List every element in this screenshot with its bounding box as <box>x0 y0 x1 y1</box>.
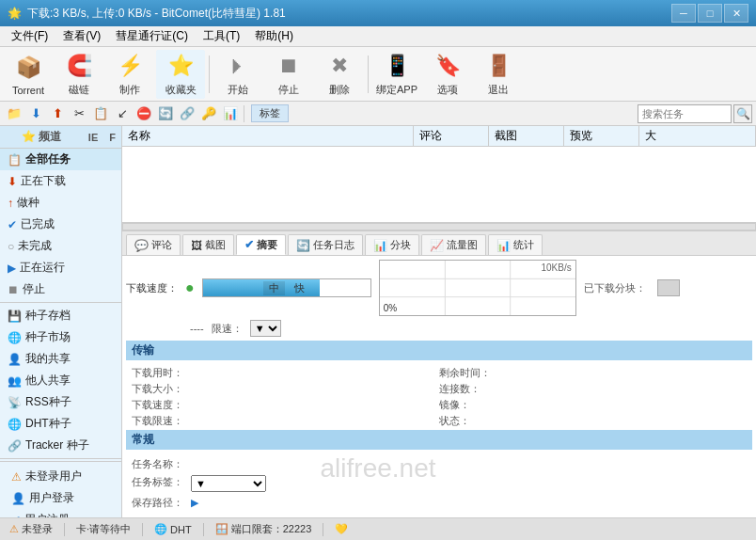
my-share-label: 我的共享 <box>25 351 71 367</box>
toolbar-start[interactable]: ⏵ 开始 <box>213 50 262 99</box>
iconbar-stop-red[interactable]: ⛔ <box>134 103 154 124</box>
tab-task-log[interactable]: 🔄 任务日志 <box>288 234 363 255</box>
status-extra: 💛 <box>331 523 352 535</box>
general-header: 常规 <box>126 430 752 450</box>
toolbar-favorites[interactable]: ⭐ 收藏夹 <box>156 50 205 99</box>
horizontal-scrollbar[interactable] <box>122 222 756 230</box>
status-waiting: 卡·请等待中 <box>72 522 134 536</box>
close-button[interactable]: ✕ <box>724 4 748 23</box>
sidebar-item-others-share[interactable]: 👥 他人共享 <box>0 370 121 391</box>
toolbar-quit[interactable]: 🚪 退出 <box>474 50 523 99</box>
search-input[interactable] <box>638 104 732 123</box>
play-path-icon[interactable]: ▶ <box>191 497 198 509</box>
iconbar-up-red[interactable]: ⬆ <box>47 103 68 124</box>
info-row-dl-time: 下载用时： <box>132 366 439 380</box>
tab-summary[interactable]: ✔ 摘要 <box>236 234 286 255</box>
iconbar-folder[interactable]: 📁 <box>4 103 24 124</box>
tab-comment[interactable]: 💬 评论 <box>126 234 181 255</box>
sep1 <box>209 56 210 93</box>
sidebar-item-seeding[interactable]: ↑ 做种 <box>0 192 121 214</box>
tab-screenshot[interactable]: 🖼 截图 <box>182 234 234 255</box>
general-grid: 任务名称： 任务标签： ▼ 保存路径： ▶ <box>126 453 752 514</box>
tab-summary-label: 摘要 <box>257 238 277 252</box>
sidebar-item-incomplete[interactable]: ○ 未完成 <box>0 235 121 257</box>
toolbar-bind-app[interactable]: 📱 绑定APP <box>372 50 421 99</box>
info-row-dl-size: 下载大小： <box>132 382 439 396</box>
status-key: 状态： <box>439 414 470 428</box>
iconbar-clip[interactable]: 📋 <box>90 103 111 124</box>
completed-icon: ✔ <box>8 218 17 231</box>
th-comment: 评论 <box>414 126 489 146</box>
sidebar-item-stopped[interactable]: ⏹ 停止 <box>0 278 121 300</box>
tab-stats[interactable]: 📊 统计 <box>488 234 543 255</box>
incomplete-label: 未完成 <box>18 238 52 254</box>
iconbar-link[interactable]: 🔗 <box>177 103 197 124</box>
screenshot-icon: 🖼 <box>191 239 202 252</box>
tab-stats-label: 统计 <box>513 238 534 252</box>
sidebar-item-archive[interactable]: 💾 种子存档 <box>0 305 121 326</box>
sidebar-login[interactable]: 👤 用户登录 <box>4 487 118 509</box>
menu-comet-pass[interactable]: 彗星通行证(C) <box>108 26 196 46</box>
dht-status-icon: 🌐 <box>154 523 167 535</box>
speed-medium-btn[interactable]: 中 <box>263 281 285 295</box>
completed-label: 已完成 <box>21 216 55 232</box>
download-speed-label: 下载速度： <box>126 281 178 295</box>
limit-select[interactable]: ▼ <box>250 320 281 337</box>
menu-help[interactable]: 帮助(H) <box>247 26 301 46</box>
sidebar-item-completed[interactable]: ✔ 已完成 <box>0 214 121 235</box>
tabs-bar: 💬 评论 🖼 截图 ✔ 摘要 🔄 任务日志 📊 分块 <box>122 231 756 256</box>
seeding-label: 做种 <box>17 195 39 211</box>
sidebar-item-all-tasks[interactable]: 📋 全部任务 <box>0 149 121 170</box>
sidebar-item-market[interactable]: 🌐 种子市场 <box>0 326 121 348</box>
task-tag-select[interactable]: ▼ <box>191 475 266 492</box>
toolbar-options[interactable]: 🔖 选项 <box>423 50 472 99</box>
toolbar: 📦 Torrent 🧲 磁链 ⚡ 制作 ⭐ 收藏夹 ⏵ 开始 ⏹ 停止 ✖ 删除… <box>0 47 756 102</box>
toolbar-stop[interactable]: ⏹ 停止 <box>264 50 313 99</box>
sidebar-tab-ie[interactable]: IE <box>83 126 103 148</box>
toolbar-magnet[interactable]: 🧲 磁链 <box>55 50 103 99</box>
window-title: 下载:3 KB/s, 上传:0 KB/s - BitComet(比特彗星) 1.… <box>27 6 286 22</box>
tab-split[interactable]: 📊 分块 <box>365 234 419 255</box>
dl-size-key: 下载大小： <box>132 382 183 396</box>
dht-label: DHT种子 <box>25 416 71 432</box>
archive-icon: 💾 <box>8 310 22 323</box>
minimize-button[interactable]: ─ <box>671 4 696 23</box>
sidebar-div1 <box>0 302 121 303</box>
limit-row: ---- 限速： ▼ <box>126 320 752 337</box>
sidebar-item-rss[interactable]: 📡 RSS种子 <box>0 391 121 413</box>
sidebar-item-my-share[interactable]: 👤 我的共享 <box>0 348 121 370</box>
toolbar-delete[interactable]: ✖ 删除 <box>315 50 364 99</box>
sidebar-register[interactable]: ✔ 用户注册 <box>4 509 118 517</box>
tab-traffic[interactable]: 📈 流量图 <box>421 234 486 255</box>
icon-bar: 📁 ⬇ ⬆ ✂ 📋 ↙ ⛔ 🔄 🔗 🔑 📊 标签 🔍 <box>0 102 756 126</box>
toolbar-make[interactable]: ⚡ 制作 <box>105 50 154 99</box>
iconbar-down-green[interactable]: ⬇ <box>25 103 46 124</box>
sidebar-item-running[interactable]: ▶ 正在运行 <box>0 257 121 278</box>
iconbar-refresh[interactable]: 🔄 <box>155 103 176 124</box>
iconbar-chart[interactable]: 📊 <box>220 103 241 124</box>
stopped-icon: ⏹ <box>8 283 19 296</box>
tab-comment-label: 评论 <box>151 238 172 252</box>
menu-tools[interactable]: 工具(T) <box>196 26 247 46</box>
status-div1 <box>64 523 65 536</box>
sidebar-user-status: ⚠ 未登录用户 <box>4 466 118 487</box>
info-row-status: 状态： <box>439 414 747 428</box>
sidebar-item-downloading[interactable]: ⬇ 正在下载 <box>0 170 121 192</box>
sidebar-tab-f[interactable]: F <box>103 126 121 148</box>
search-button[interactable]: 🔍 <box>733 104 752 123</box>
tag-button[interactable]: 标签 <box>251 104 289 122</box>
th-screenshot: 截图 <box>489 126 564 146</box>
menu-file[interactable]: 文件(F) <box>4 26 55 46</box>
iconbar-cut[interactable]: ✂ <box>69 103 89 124</box>
task-list-body[interactable] <box>122 147 756 222</box>
speed-fast-btn[interactable]: 快 <box>289 281 310 295</box>
iconbar-arrow-dl[interactable]: ↙ <box>112 103 133 124</box>
magnet-label: 磁链 <box>69 83 89 97</box>
menu-view[interactable]: 查看(V) <box>55 26 108 46</box>
iconbar-key[interactable]: 🔑 <box>198 103 219 124</box>
sidebar-item-tracker[interactable]: 🔗 Tracker 种子 <box>0 435 121 456</box>
sidebar-tab-channel[interactable]: ⭐ 频道 <box>0 126 83 148</box>
toolbar-torrent[interactable]: 📦 Torrent <box>4 50 53 99</box>
sidebar-item-dht[interactable]: 🌐 DHT种子 <box>0 413 121 435</box>
maximize-button[interactable]: □ <box>698 4 722 23</box>
